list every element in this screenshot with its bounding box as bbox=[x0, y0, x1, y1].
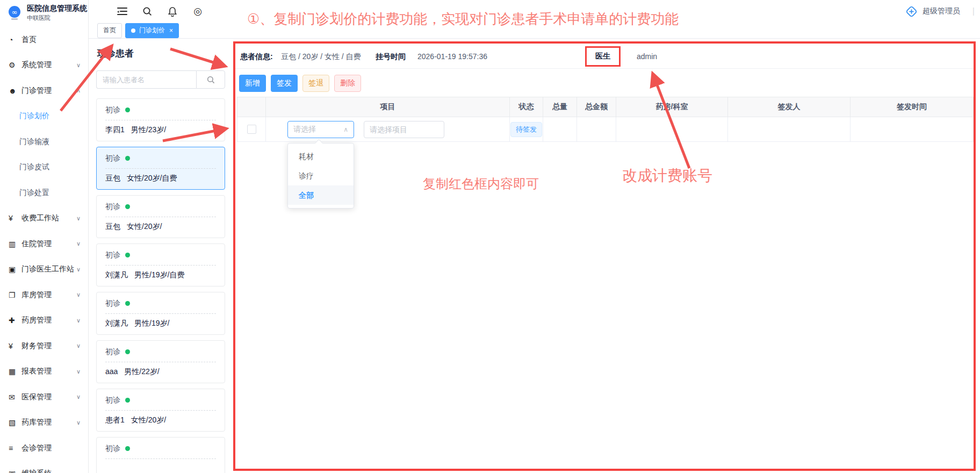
patient-panel-title: 现诊患者 bbox=[97, 47, 225, 60]
gear-icon: ⚙ bbox=[9, 61, 21, 69]
sidebar-item-maintenance-system[interactable]: ▣ 维护系统 bbox=[0, 461, 88, 473]
sidebar-menu: ◔ 首页 ⚙ 系统管理 ∨ ☻ 门诊管理 ∧ 门诊划价 门诊输液 门诊皮试 bbox=[0, 27, 88, 473]
status-badge: 待签发 bbox=[510, 122, 542, 137]
sidebar-item-pharmacy-mgmt[interactable]: ✚ 药房管理 ∨ bbox=[0, 308, 88, 334]
sidebar: ∞ 医院信息管理系统 中联医院 ◔ 首页 ⚙ 系统管理 ∨ ☻ 门诊管理 ∧ bbox=[0, 0, 89, 473]
chevron-down-icon: ∨ bbox=[76, 342, 81, 349]
status-dot bbox=[125, 349, 130, 354]
add-button[interactable]: 新增 bbox=[239, 75, 266, 92]
sidebar-item-inpatient-mgmt[interactable]: ▥ 住院管理 ∨ bbox=[0, 231, 88, 257]
user-area[interactable]: 超级管理员 | bbox=[905, 5, 975, 18]
list-icon: ≡ bbox=[9, 444, 21, 453]
tab-outpatient-pricing[interactable]: 门诊划价 × bbox=[125, 23, 179, 38]
chevron-down-icon: ∨ bbox=[76, 215, 81, 222]
sidebar-item-outpatient-skin-test[interactable]: 门诊皮试 bbox=[0, 155, 88, 181]
patient-card[interactable]: 初诊 刘潇凡男性/19岁/自费 bbox=[96, 243, 225, 286]
annotation-note-copy-redbox: 复制红色框内容即可 bbox=[423, 175, 539, 192]
search-icon bbox=[207, 76, 215, 84]
delete-button[interactable]: 删除 bbox=[334, 75, 361, 92]
bullseye-icon[interactable]: ◎ bbox=[192, 6, 203, 17]
patient-card-list: 初诊 李四1男性/23岁/ 初诊 豆包女性/20岁/自费 初诊 豆包女性/20岁… bbox=[96, 98, 225, 473]
status-dot bbox=[125, 301, 130, 306]
sidebar-item-storehouse-mgmt[interactable]: ❐ 库房管理 ∨ bbox=[0, 282, 88, 308]
billing-table: 项目 状态 总量 总金额 药房/科室 签发人 签发时间 请选择 ∧ 待签发 bbox=[237, 97, 974, 142]
menu-fold-icon[interactable] bbox=[117, 6, 127, 17]
sidebar-item-home[interactable]: ◔ 首页 bbox=[0, 27, 88, 53]
patient-card[interactable]: 初诊 李四1男性/23岁/ bbox=[96, 98, 225, 141]
sidebar-item-outpatient-infusion[interactable]: 门诊输液 bbox=[0, 129, 88, 155]
sidebar-item-drug-storage-mgmt[interactable]: ▧ 药库管理 ∨ bbox=[0, 410, 88, 436]
revoke-button[interactable]: 签退 bbox=[302, 75, 329, 92]
table-header-row: 项目 状态 总量 总金额 药房/科室 签发人 签发时间 bbox=[237, 97, 974, 117]
tab-close-icon[interactable]: × bbox=[169, 27, 173, 34]
users-icon: ☻ bbox=[9, 87, 21, 95]
item-type-select[interactable]: 请选择 ∧ bbox=[287, 121, 354, 138]
patient-card-selected[interactable]: 初诊 豆包女性/20岁/自费 bbox=[96, 147, 225, 190]
annotation-note-top: ①、复制门诊划价的计费功能，实现对门诊患者手术申请单的计费功能 bbox=[247, 10, 679, 28]
search-icon[interactable] bbox=[142, 6, 153, 17]
monitor-icon: ▣ bbox=[9, 469, 21, 473]
row-checkbox[interactable] bbox=[247, 125, 256, 134]
status-dot bbox=[125, 156, 130, 161]
cell-pharmacy-dept bbox=[616, 117, 728, 142]
chevron-down-icon: ∨ bbox=[76, 393, 81, 400]
dropdown-option-treatment[interactable]: 诊疗 bbox=[288, 166, 354, 185]
patient-card[interactable]: 初诊 豆包女性/20岁/ bbox=[96, 195, 225, 238]
sidebar-item-insurance-mgmt[interactable]: ✉ 医保管理 ∨ bbox=[0, 384, 88, 410]
patient-search-input[interactable] bbox=[96, 70, 196, 89]
patient-card[interactable]: 初诊 aaa男性/22岁/ bbox=[96, 340, 225, 383]
dropdown-option-consumables[interactable]: 耗材 bbox=[288, 147, 354, 166]
app-logo-row: ∞ 医院信息管理系统 中联医院 bbox=[0, 0, 88, 22]
monitor-icon: ▣ bbox=[9, 265, 21, 274]
tab-home[interactable]: 首页 bbox=[97, 23, 122, 38]
chevron-down-icon: ∨ bbox=[76, 419, 81, 426]
column-header-status: 状态 bbox=[510, 97, 543, 117]
sidebar-item-charge-station[interactable]: ¥ 收费工作站 ∨ bbox=[0, 206, 88, 232]
cell-total-amount bbox=[577, 117, 616, 142]
patient-panel: 现诊患者 初诊 李四1男性/23岁/ 初诊 豆包女性/20岁/自费 初诊 bbox=[89, 39, 233, 473]
sidebar-item-system-mgmt[interactable]: ⚙ 系统管理 ∨ bbox=[0, 53, 88, 78]
doctor-value: admin bbox=[637, 52, 657, 61]
current-user-name: 超级管理员 bbox=[923, 6, 960, 16]
sidebar-item-consultation-mgmt[interactable]: ≡ 会诊管理 bbox=[0, 435, 88, 461]
hospital-information-system: ∞ 医院信息管理系统 中联医院 ◔ 首页 ⚙ 系统管理 ∨ ☻ 门诊管理 ∧ bbox=[0, 0, 980, 473]
patient-card[interactable]: 初诊 bbox=[96, 437, 225, 473]
chevron-down-icon: ∨ bbox=[76, 266, 81, 273]
column-header-pharmacy-dept: 药房/科室 bbox=[616, 97, 728, 117]
chevron-down-icon: ∨ bbox=[76, 317, 81, 324]
status-dot bbox=[125, 204, 130, 209]
sidebar-item-finance-mgmt[interactable]: ¥ 财务管理 ∨ bbox=[0, 333, 88, 359]
bar-chart-icon: ▥ bbox=[9, 240, 21, 248]
cell-checkbox bbox=[237, 117, 266, 142]
chevron-down-icon: ∨ bbox=[76, 291, 81, 298]
cell-issue-time bbox=[851, 117, 974, 142]
column-header-total-qty: 总量 bbox=[543, 97, 577, 117]
item-search-input[interactable] bbox=[364, 121, 444, 138]
documents-icon: ❐ bbox=[9, 291, 21, 299]
cell-status: 待签发 bbox=[510, 117, 543, 142]
dropdown-option-all[interactable]: 全部 bbox=[288, 185, 354, 205]
yen-icon: ¥ bbox=[9, 342, 21, 350]
sidebar-item-report-mgmt[interactable]: ▦ 报表管理 ∨ bbox=[0, 359, 88, 385]
sidebar-item-outpatient-mgmt[interactable]: ☻ 门诊管理 ∧ bbox=[0, 78, 88, 104]
status-dot bbox=[125, 253, 130, 257]
issue-button[interactable]: 签发 bbox=[271, 75, 298, 92]
tab-active-dot bbox=[131, 28, 135, 33]
sidebar-item-outpatient-treatment[interactable]: 门诊处置 bbox=[0, 180, 88, 206]
patient-search-button[interactable] bbox=[196, 70, 225, 89]
cell-issuer bbox=[728, 117, 851, 142]
user-area-divider: | bbox=[972, 6, 975, 16]
status-dot bbox=[125, 446, 130, 451]
patient-card[interactable]: 初诊 刘潇凡男性/19岁/ bbox=[96, 292, 225, 335]
column-header-issue-time: 签发时间 bbox=[851, 97, 974, 117]
patient-card[interactable]: 初诊 患者1女性/20岁/ bbox=[96, 389, 225, 432]
chevron-down-icon: ∨ bbox=[76, 368, 81, 375]
cross-icon: ✚ bbox=[9, 316, 21, 325]
svg-text:∞: ∞ bbox=[12, 8, 18, 16]
mail-icon: ✉ bbox=[9, 393, 21, 402]
chevron-up-icon: ∧ bbox=[343, 126, 348, 133]
chevron-down-icon: ∨ bbox=[76, 240, 81, 247]
bell-icon[interactable] bbox=[167, 6, 178, 17]
sidebar-item-outpatient-pricing[interactable]: 门诊划价 bbox=[0, 104, 88, 130]
sidebar-item-outpatient-doctor-station[interactable]: ▣ 门诊医生工作站 ∨ bbox=[0, 257, 88, 283]
